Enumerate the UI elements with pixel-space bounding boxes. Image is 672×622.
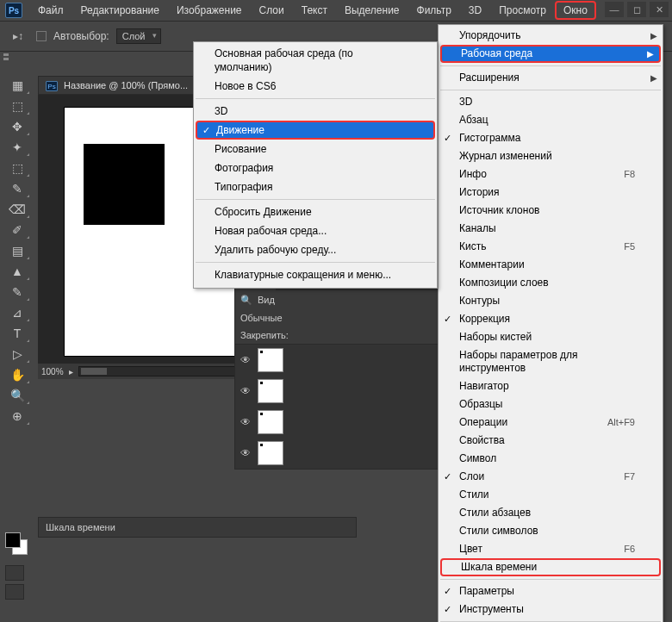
ws-menu-item[interactable]: Фотография (194, 159, 437, 177)
tool-6[interactable]: ⌫ (4, 200, 30, 219)
tool-12[interactable]: T (4, 324, 30, 343)
win-menu-item[interactable]: Комментарии (439, 256, 663, 274)
win-menu-item[interactable]: Навигатор (439, 377, 663, 395)
ws-menu-item[interactable]: ✓Движение (196, 121, 435, 140)
win-menu-item[interactable]: Стили абзацев (439, 504, 663, 522)
tool-13[interactable]: ▷ (4, 345, 30, 364)
tool-5[interactable]: ✎ (4, 179, 30, 198)
win-menu-item[interactable]: Стили символов (439, 522, 663, 540)
document-tab[interactable]: Ps Название @ 100% (Прямо... ✕ (38, 76, 208, 95)
win-menu-item[interactable]: Каналы (439, 220, 663, 238)
win-menu-item[interactable]: Образцы (439, 395, 663, 414)
close-button[interactable]: ✕ (650, 2, 669, 17)
filter-kind-label[interactable]: Вид (258, 295, 275, 305)
ws-menu-item[interactable]: Удалить рабочую среду... (194, 240, 437, 259)
win-menu-item[interactable]: Абзац (439, 111, 663, 129)
ws-menu-item[interactable]: Клавиатурные сокращения и меню... (194, 265, 437, 284)
win-menu-item[interactable]: ✓Параметры (439, 582, 663, 600)
win-menu-item[interactable]: Свойства (439, 432, 663, 450)
visibility-icon[interactable]: 👁 (240, 416, 252, 428)
ws-menu-item[interactable]: Новая рабочая среда... (194, 221, 437, 240)
ws-menu-item[interactable]: Основная рабочая среда (по умолчанию) (194, 44, 437, 77)
timeline-panel[interactable]: Шкала времени (38, 517, 357, 538)
tool-2[interactable]: ✥ (4, 117, 30, 136)
minimize-button[interactable]: — (605, 2, 624, 17)
panel-flyouts-icon[interactable] (3, 53, 9, 60)
menu-item-label: Образцы (459, 398, 502, 411)
win-menu-item[interactable]: ИнфоF8 (439, 165, 663, 183)
win-menu-item[interactable]: ✓Гистограмма (439, 129, 663, 147)
tool-1[interactable]: ⬚ (4, 96, 30, 115)
tool-11[interactable]: ⊿ (4, 303, 30, 322)
menu-item-выделение[interactable]: Выделение (336, 1, 408, 20)
menu-item-окно[interactable]: Окно (555, 1, 596, 20)
win-menu-item[interactable]: Шкала времени (440, 558, 661, 576)
visibility-icon[interactable]: 👁 (240, 354, 252, 366)
win-menu-item[interactable]: ✓Инструменты (439, 600, 663, 619)
menu-item-фильтр[interactable]: Фильтр (408, 1, 460, 20)
autoselect-checkbox[interactable] (36, 31, 47, 41)
tool-4[interactable]: ⬚ (4, 159, 30, 177)
blend-mode-select[interactable]: Обычные (240, 313, 283, 323)
layer-row[interactable]: 👁 (235, 376, 440, 407)
tool-16[interactable]: ⊕ (4, 407, 30, 426)
win-menu-item[interactable]: КистьF5 (439, 238, 663, 256)
filter-kind-icon[interactable]: 🔍 (240, 294, 252, 306)
win-menu-item[interactable]: Символ (439, 450, 663, 468)
tool-7[interactable]: ✐ (4, 221, 30, 239)
win-menu-item[interactable]: История (439, 183, 663, 202)
screenmode-icon[interactable] (5, 584, 24, 600)
menu-item-слои[interactable]: Слои (251, 1, 293, 20)
menu-item-label: Стили символов (459, 525, 538, 538)
win-menu-item[interactable]: Упорядочить▶ (439, 27, 663, 45)
tab-ps-icon: Ps (46, 81, 58, 91)
ws-menu-item[interactable]: Рисование (194, 140, 437, 159)
win-menu-item[interactable]: 3D (439, 93, 663, 111)
autoselect-mode-select[interactable]: Слой (116, 28, 162, 44)
menu-item-просмотр[interactable]: Просмотр (490, 1, 555, 20)
win-menu-item[interactable]: Контуры (439, 292, 663, 310)
menu-item-редактирование[interactable]: Редактирование (72, 1, 168, 20)
quickmask-icon[interactable] (5, 565, 24, 581)
win-menu-item[interactable]: Стили (439, 486, 663, 504)
win-menu-item[interactable]: Журнал изменений (439, 147, 663, 165)
win-menu-item[interactable]: ОперацииAlt+F9 (439, 414, 663, 432)
color-swatches[interactable] (5, 532, 29, 557)
win-menu-item[interactable]: ЦветF6 (439, 540, 663, 558)
ws-menu-item[interactable]: Типография (194, 177, 437, 196)
tool-10[interactable]: ✎ (4, 283, 30, 302)
tool-14[interactable]: ✋ (4, 365, 30, 384)
menu-item-текст[interactable]: Текст (293, 1, 336, 20)
menu-item-3d[interactable]: 3D (460, 1, 490, 20)
zoom-level[interactable]: 100% (41, 367, 64, 376)
layer-row[interactable]: 👁 (235, 407, 440, 438)
win-menu-item[interactable]: Наборы параметров для инструментов (439, 346, 663, 377)
info-dropdown-icon[interactable]: ▸ (69, 367, 73, 376)
layer-row[interactable]: 👁 (235, 438, 440, 469)
win-menu-item[interactable]: Рабочая среда▶ (440, 45, 661, 63)
layer-thumb (258, 379, 283, 403)
win-menu-item[interactable]: ✓СлоиF7 (439, 468, 663, 486)
tool-15[interactable]: 🔍 (4, 386, 30, 405)
ws-menu-item[interactable]: 3D (194, 102, 437, 121)
menu-item-accel: F8 (624, 168, 635, 181)
visibility-icon[interactable]: 👁 (240, 447, 252, 459)
win-menu-item[interactable]: Расширения▶ (439, 69, 663, 87)
ws-menu-item[interactable]: Сбросить Движение (194, 202, 437, 221)
visibility-icon[interactable]: 👁 (240, 385, 252, 397)
layer-row[interactable]: 👁 (235, 345, 440, 376)
win-menu-item[interactable]: Наборы кистей (439, 328, 663, 346)
win-menu-item[interactable]: ✓Коррекция (439, 310, 663, 328)
tool-0[interactable]: ▦ (4, 76, 30, 95)
menu-item-файл[interactable]: Файл (29, 1, 72, 20)
tool-9[interactable]: ▲ (4, 262, 30, 281)
win-menu-item[interactable]: Источник клонов (439, 202, 663, 220)
tool-3[interactable]: ✦ (4, 138, 30, 157)
menu-item-изображение[interactable]: Изображение (168, 1, 251, 20)
maximize-button[interactable]: ◻ (627, 2, 646, 17)
foreground-swatch[interactable] (5, 532, 21, 548)
tool-8[interactable]: ▤ (4, 241, 30, 260)
ws-menu-item[interactable]: Новое в CS6 (194, 77, 437, 96)
menu-item-label: Движение (216, 124, 264, 136)
win-menu-item[interactable]: Композиции слоев (439, 274, 663, 292)
